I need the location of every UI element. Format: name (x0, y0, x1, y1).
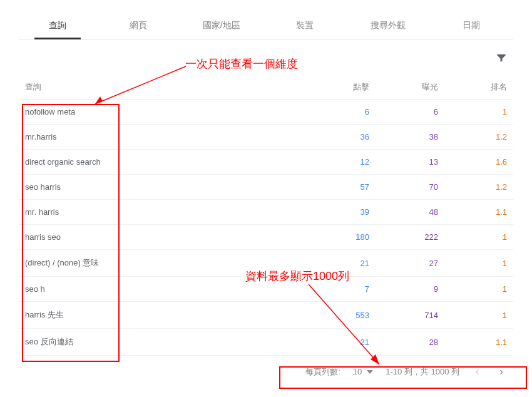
rows-per-page-value: 10 (353, 367, 362, 376)
chevron-down-icon (367, 369, 373, 375)
tab-query[interactable]: 查詢 (19, 13, 96, 39)
cell-clicks: 57 (300, 182, 369, 192)
cell-impressions: 6 (369, 107, 438, 116)
rows-per-page-select[interactable]: 10 (353, 367, 373, 376)
table-row[interactable]: mr.harris36381.2 (19, 125, 513, 150)
table-row[interactable]: harris 先生5537141 (19, 302, 513, 329)
header-clicks[interactable]: 點擊 (300, 81, 369, 93)
tab-date[interactable]: 日期 (430, 13, 513, 39)
cell-clicks: 6 (300, 107, 369, 116)
table-row[interactable]: (direct) / (none) 意味21271 (19, 250, 513, 277)
cell-rank: 1.2 (438, 132, 507, 142)
cell-query: (direct) / (none) 意味 (25, 257, 300, 269)
tab-country[interactable]: 國家/地區 (180, 13, 263, 39)
cell-rank: 1.1 (438, 338, 507, 347)
cell-impressions: 27 (369, 259, 438, 268)
table-row[interactable]: nofollow meta661 (19, 100, 513, 125)
tab-page[interactable]: 網頁 (96, 13, 180, 39)
cell-query: seo h (25, 284, 300, 294)
cell-rank: 1 (438, 107, 507, 116)
table-row[interactable]: seo harris57701.2 (19, 175, 513, 200)
cell-clicks: 21 (300, 338, 369, 347)
cell-impressions: 28 (369, 338, 438, 347)
cell-clicks: 36 (300, 132, 369, 142)
cell-rank: 1 (438, 259, 507, 268)
cell-rank: 1.2 (438, 182, 507, 192)
cell-rank: 1 (438, 284, 507, 294)
cell-query: seo 反向連結 (25, 336, 300, 348)
cell-query: seo harris (25, 182, 300, 192)
cell-clicks: 21 (300, 259, 369, 268)
cell-query: nofollow meta (25, 107, 300, 116)
cell-clicks: 180 (300, 232, 369, 242)
cell-rank: 1 (438, 311, 507, 320)
cell-query: harris seo (25, 232, 300, 242)
table-row[interactable]: seo h791 (19, 277, 513, 302)
table-row[interactable]: direct organic search12131.6 (19, 150, 513, 175)
cell-impressions: 714 (369, 311, 438, 320)
filter-icon[interactable] (496, 52, 507, 66)
cell-clicks: 7 (300, 284, 369, 294)
dimension-tabs: 查詢 網頁 國家/地區 裝置 搜尋外觀 日期 (19, 13, 513, 39)
table-row[interactable]: harris seo1802221 (19, 225, 513, 250)
prev-page-button[interactable]: ‹ (472, 365, 483, 378)
header-impressions[interactable]: 曝光 (369, 81, 438, 93)
cell-query: harris 先生 (25, 309, 300, 321)
cell-rank: 1.1 (438, 207, 507, 217)
table-row[interactable]: seo 反向連結21281.1 (19, 329, 513, 356)
tab-device[interactable]: 裝置 (263, 13, 346, 39)
header-rank[interactable]: 排名 (438, 81, 507, 93)
table-row[interactable]: mr. harris39481.1 (19, 200, 513, 225)
cell-query: mr. harris (25, 207, 300, 217)
cell-query: direct organic search (25, 157, 300, 167)
cell-clicks: 553 (300, 311, 369, 320)
cell-rank: 1.6 (438, 157, 507, 167)
header-query: 查詢 (25, 81, 300, 93)
cell-impressions: 48 (369, 207, 438, 217)
next-page-button[interactable]: › (496, 365, 507, 378)
cell-impressions: 38 (369, 132, 438, 142)
cell-clicks: 39 (300, 207, 369, 217)
cell-rank: 1 (438, 232, 507, 242)
table-header: 查詢 點擊 曝光 排名 (19, 75, 513, 100)
table-body: nofollow meta661mr.harris36381.2direct o… (19, 100, 513, 356)
cell-impressions: 9 (369, 284, 438, 294)
pagination-range: 1-10 列，共 1000 列 (386, 366, 459, 378)
rows-per-page-label: 每頁列數: (305, 366, 340, 378)
cell-clicks: 12 (300, 157, 369, 167)
cell-impressions: 222 (369, 232, 438, 242)
tab-appearance[interactable]: 搜尋外觀 (347, 13, 430, 39)
cell-impressions: 13 (369, 157, 438, 167)
cell-query: mr.harris (25, 132, 300, 142)
cell-impressions: 70 (369, 182, 438, 192)
table-footer: 每頁列數: 10 1-10 列，共 1000 列 ‹ › (19, 356, 513, 388)
